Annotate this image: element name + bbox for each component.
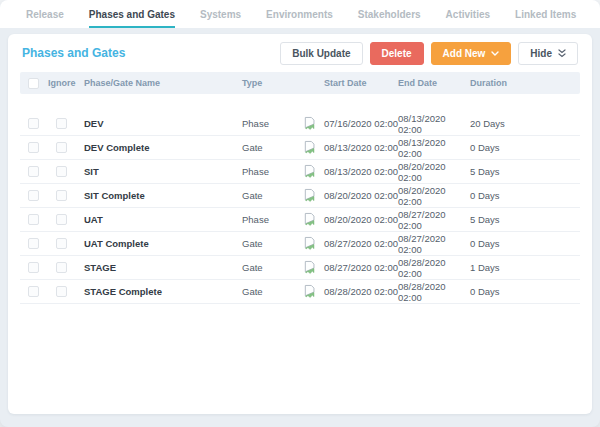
row-ignore-checkbox[interactable] bbox=[56, 238, 67, 249]
tab-label: Release bbox=[26, 9, 64, 20]
end-date: 08/20/2020 02:00 bbox=[398, 185, 470, 207]
end-date: 08/28/2020 02:00 bbox=[398, 257, 470, 279]
phase-gate-name: DEV Complete bbox=[84, 142, 242, 153]
end-date: 08/13/2020 02:00 bbox=[398, 113, 470, 135]
row-ignore-checkbox[interactable] bbox=[56, 286, 67, 297]
start-date: 08/13/2020 02:00 bbox=[324, 142, 398, 153]
tab-label: Stakeholders bbox=[358, 9, 421, 20]
table-row[interactable]: SIT Phase 08/13/2020 02:00 08/20/2020 02… bbox=[20, 160, 580, 184]
start-date: 08/20/2020 02:00 bbox=[324, 190, 398, 201]
start-date: 08/27/2020 02:00 bbox=[324, 262, 398, 273]
start-date: 08/27/2020 02:00 bbox=[324, 238, 398, 249]
table-row[interactable]: DEV Phase 07/16/2020 02:00 08/13/2020 02… bbox=[20, 112, 580, 136]
duration: 0 Days bbox=[470, 142, 580, 153]
panel-title: Phases and Gates bbox=[22, 46, 125, 60]
start-date: 08/13/2020 02:00 bbox=[324, 166, 398, 177]
start-date: 07/16/2020 02:00 bbox=[324, 118, 398, 129]
phase-gate-name: SIT bbox=[84, 166, 242, 177]
broken-image-icon bbox=[294, 236, 324, 251]
tab-label: Activities bbox=[446, 9, 490, 20]
row-ignore-checkbox[interactable] bbox=[56, 190, 67, 201]
row-ignore-checkbox[interactable] bbox=[56, 166, 67, 177]
phase-gate-type: Gate bbox=[242, 286, 294, 297]
hide-label: Hide bbox=[530, 48, 552, 59]
row-select-checkbox[interactable] bbox=[28, 166, 39, 177]
duration: 0 Days bbox=[470, 190, 580, 201]
table-row[interactable]: SIT Complete Gate 08/20/2020 02:00 08/20… bbox=[20, 184, 580, 208]
tab-label: Phases and Gates bbox=[89, 9, 175, 20]
phase-gate-name: DEV bbox=[84, 118, 242, 129]
column-header-start: Start Date bbox=[324, 78, 398, 88]
duration: 20 Days bbox=[470, 118, 580, 129]
broken-image-icon bbox=[294, 260, 324, 275]
tab-phases-and-gates[interactable]: Phases and Gates bbox=[89, 0, 175, 28]
table-body: DEV Phase 07/16/2020 02:00 08/13/2020 02… bbox=[20, 112, 580, 304]
broken-image-icon bbox=[294, 284, 324, 299]
start-date: 08/28/2020 02:00 bbox=[324, 286, 398, 297]
broken-image-icon bbox=[294, 188, 324, 203]
row-ignore-checkbox[interactable] bbox=[56, 262, 67, 273]
phase-gate-type: Gate bbox=[242, 262, 294, 273]
row-select-checkbox[interactable] bbox=[28, 262, 39, 273]
duration: 5 Days bbox=[470, 214, 580, 225]
broken-image-icon bbox=[294, 140, 324, 155]
end-date: 08/20/2020 02:00 bbox=[398, 161, 470, 183]
tab-label: Systems bbox=[200, 9, 241, 20]
end-date: 08/28/2020 02:00 bbox=[398, 281, 470, 303]
end-date: 08/27/2020 02:00 bbox=[398, 209, 470, 231]
column-header-ignore: Ignore bbox=[48, 78, 84, 88]
row-select-checkbox[interactable] bbox=[28, 214, 39, 225]
tab-activities[interactable]: Activities bbox=[446, 0, 490, 28]
row-ignore-checkbox[interactable] bbox=[56, 142, 67, 153]
broken-image-icon bbox=[294, 164, 324, 179]
toolbar: Bulk Update Delete Add New Hide bbox=[280, 42, 578, 65]
table-row[interactable]: UAT Phase 08/20/2020 02:00 08/27/2020 02… bbox=[20, 208, 580, 232]
phase-gate-type: Phase bbox=[242, 166, 294, 177]
column-header-duration: Duration bbox=[470, 78, 580, 88]
phase-gate-type: Gate bbox=[242, 190, 294, 201]
release-detail-screen: Release Phases and Gates Systems Environ… bbox=[0, 0, 600, 427]
phase-gate-type: Gate bbox=[242, 142, 294, 153]
row-select-checkbox[interactable] bbox=[28, 190, 39, 201]
chevron-down-icon bbox=[491, 51, 499, 56]
tab-label: Environments bbox=[266, 9, 333, 20]
phase-gate-name: UAT bbox=[84, 214, 242, 225]
tab-stakeholders[interactable]: Stakeholders bbox=[358, 0, 421, 28]
row-ignore-checkbox[interactable] bbox=[56, 214, 67, 225]
tab-linked-items[interactable]: Linked Items bbox=[515, 0, 576, 28]
phase-gate-name: STAGE bbox=[84, 262, 242, 273]
column-header-name: Phase/Gate Name bbox=[84, 78, 242, 88]
tab-systems[interactable]: Systems bbox=[200, 0, 241, 28]
table-row[interactable]: STAGE Gate 08/27/2020 02:00 08/28/2020 0… bbox=[20, 256, 580, 280]
add-new-button[interactable]: Add New bbox=[431, 42, 512, 65]
row-select-checkbox[interactable] bbox=[28, 142, 39, 153]
bulk-update-label: Bulk Update bbox=[292, 48, 350, 59]
row-select-checkbox[interactable] bbox=[28, 286, 39, 297]
phase-gate-name: UAT Complete bbox=[84, 238, 242, 249]
hide-button[interactable]: Hide bbox=[518, 42, 578, 65]
select-all-checkbox[interactable] bbox=[28, 78, 39, 89]
start-date: 08/20/2020 02:00 bbox=[324, 214, 398, 225]
panel-header: Phases and Gates Bulk Update Delete Add … bbox=[8, 34, 592, 64]
tab-environments[interactable]: Environments bbox=[266, 0, 333, 28]
broken-image-icon bbox=[294, 212, 324, 227]
delete-button[interactable]: Delete bbox=[370, 42, 424, 65]
bulk-update-button[interactable]: Bulk Update bbox=[280, 42, 362, 65]
delete-label: Delete bbox=[382, 48, 412, 59]
phase-gate-type: Phase bbox=[242, 118, 294, 129]
phase-gate-type: Phase bbox=[242, 214, 294, 225]
tab-bar: Release Phases and Gates Systems Environ… bbox=[0, 0, 600, 28]
table-row[interactable]: UAT Complete Gate 08/27/2020 02:00 08/27… bbox=[20, 232, 580, 256]
table-row[interactable]: DEV Complete Gate 08/13/2020 02:00 08/13… bbox=[20, 136, 580, 160]
tab-release[interactable]: Release bbox=[26, 0, 64, 28]
add-new-label: Add New bbox=[443, 48, 486, 59]
end-date: 08/27/2020 02:00 bbox=[398, 233, 470, 255]
table-row[interactable]: STAGE Complete Gate 08/28/2020 02:00 08/… bbox=[20, 280, 580, 304]
phases-gates-table: Ignore Phase/Gate Name Type Start Date E… bbox=[20, 72, 580, 304]
broken-image-icon bbox=[294, 116, 324, 131]
row-select-checkbox[interactable] bbox=[28, 118, 39, 129]
duration: 1 Days bbox=[470, 262, 580, 273]
row-ignore-checkbox[interactable] bbox=[56, 118, 67, 129]
duration: 0 Days bbox=[470, 238, 580, 249]
row-select-checkbox[interactable] bbox=[28, 238, 39, 249]
